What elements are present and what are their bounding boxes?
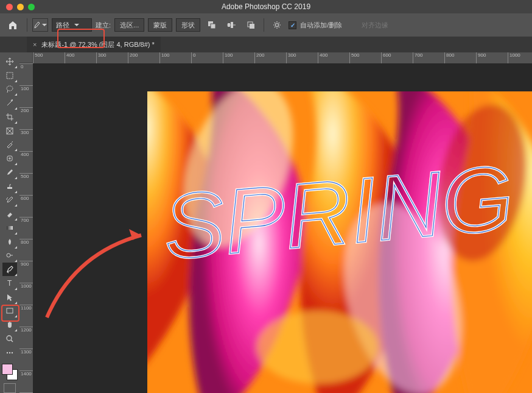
svg-rect-1 bbox=[211, 24, 215, 29]
clone-stamp-tool[interactable] bbox=[2, 180, 17, 193]
check-icon: ✓ bbox=[290, 22, 295, 29]
gear-icon[interactable] bbox=[269, 18, 285, 32]
healing-brush-tool[interactable] bbox=[2, 152, 17, 165]
maximize-window-button[interactable] bbox=[28, 4, 35, 10]
tools-panel: T bbox=[0, 52, 19, 393]
home-button[interactable] bbox=[4, 17, 22, 33]
gradient-tool[interactable] bbox=[2, 221, 17, 235]
marquee-tool[interactable] bbox=[2, 69, 17, 82]
canvas-viewport: 5004003002001000100200300400500600700800… bbox=[19, 52, 532, 393]
move-tool[interactable] bbox=[2, 55, 17, 68]
pen-tool[interactable] bbox=[2, 263, 17, 276]
auto-add-delete-label: 自动添加/删除 bbox=[300, 21, 342, 30]
svg-point-9 bbox=[7, 86, 13, 91]
make-selection-button[interactable]: 选区... bbox=[114, 18, 144, 32]
magic-wand-tool[interactable] bbox=[2, 96, 17, 110]
make-mask-button[interactable]: 蒙版 bbox=[148, 18, 172, 32]
mode-value: 路径 bbox=[56, 21, 69, 30]
path-alignment-button[interactable] bbox=[223, 18, 239, 32]
app-title: Adobe Photoshop CC 2019 bbox=[222, 2, 310, 11]
crop-tool[interactable] bbox=[2, 110, 17, 124]
document-tab-bar: × 未标题-1 @ 72.3% (图层 4, RGB/8#) * bbox=[0, 37, 532, 52]
eraser-tool[interactable] bbox=[2, 207, 17, 221]
svg-point-19 bbox=[7, 352, 8, 353]
lasso-tool[interactable] bbox=[2, 83, 17, 96]
align-edges-label: 对齐边缘 bbox=[362, 21, 388, 30]
workspace: T 50040030020010001002003004005006007008… bbox=[0, 52, 532, 393]
svg-point-26 bbox=[257, 311, 379, 384]
tool-preset-picker[interactable] bbox=[32, 18, 48, 32]
zoom-tool[interactable] bbox=[2, 332, 17, 345]
tab-title: 未标题-1 @ 72.3% (图层 4, RGB/8#) * bbox=[41, 40, 154, 49]
divider bbox=[264, 18, 264, 32]
rectangle-tool[interactable] bbox=[2, 305, 17, 318]
brush-tool[interactable] bbox=[2, 166, 17, 179]
pick-tool-mode-dropdown[interactable]: 路径 bbox=[52, 18, 92, 32]
path-arrangement-button[interactable] bbox=[243, 18, 259, 32]
color-swatches[interactable] bbox=[2, 364, 18, 381]
document-tab[interactable]: × 未标题-1 @ 72.3% (图层 4, RGB/8#) * bbox=[27, 37, 161, 52]
edit-toolbar-button[interactable] bbox=[2, 346, 17, 359]
auto-add-delete-checkbox[interactable]: ✓ bbox=[289, 21, 296, 29]
annotation-arrow bbox=[38, 211, 153, 320]
divider bbox=[27, 18, 27, 32]
ruler-origin[interactable] bbox=[19, 52, 33, 63]
vertical-ruler[interactable]: 0100200300400500600700800900100011001200… bbox=[19, 63, 33, 393]
close-window-button[interactable] bbox=[6, 4, 13, 10]
eyedropper-tool[interactable] bbox=[2, 138, 17, 152]
dodge-tool[interactable] bbox=[2, 249, 17, 263]
history-brush-tool[interactable] bbox=[2, 194, 17, 207]
svg-point-20 bbox=[9, 352, 10, 353]
make-label: 建立: bbox=[96, 21, 111, 30]
svg-point-15 bbox=[7, 253, 10, 257]
hand-tool[interactable] bbox=[2, 318, 17, 331]
frame-tool[interactable] bbox=[2, 124, 17, 138]
svg-rect-17 bbox=[7, 308, 13, 313]
path-selection-tool[interactable] bbox=[2, 291, 17, 304]
svg-rect-6 bbox=[250, 24, 254, 29]
svg-point-7 bbox=[276, 24, 279, 27]
window-controls bbox=[6, 4, 35, 10]
minimize-window-button[interactable] bbox=[17, 4, 24, 10]
svg-rect-14 bbox=[7, 226, 13, 230]
chevron-down-icon bbox=[74, 24, 79, 26]
chevron-down-icon bbox=[42, 24, 47, 26]
blur-tool[interactable] bbox=[2, 235, 17, 249]
title-bar: Adobe Photoshop CC 2019 bbox=[0, 0, 532, 13]
svg-point-10 bbox=[12, 99, 13, 101]
svg-point-21 bbox=[12, 352, 13, 353]
svg-rect-8 bbox=[7, 73, 13, 79]
type-tool[interactable]: T bbox=[2, 277, 17, 290]
svg-point-18 bbox=[7, 336, 12, 341]
svg-rect-13 bbox=[7, 187, 12, 189]
horizontal-ruler[interactable]: 5004003002001000100200300400500600700800… bbox=[33, 52, 532, 63]
close-tab-button[interactable]: × bbox=[33, 41, 37, 48]
make-shape-button[interactable]: 形状 bbox=[176, 18, 200, 32]
document-canvas[interactable]: SPRING SPRING bbox=[147, 91, 532, 393]
svg-text:T: T bbox=[7, 279, 12, 288]
foreground-color-swatch[interactable] bbox=[2, 364, 13, 375]
quick-mask-button[interactable] bbox=[4, 383, 16, 393]
path-operations-button[interactable] bbox=[204, 18, 220, 32]
options-bar: 路径 建立: 选区... 蒙版 形状 ✓ 自动添加/删除 对齐边缘 bbox=[0, 13, 532, 37]
